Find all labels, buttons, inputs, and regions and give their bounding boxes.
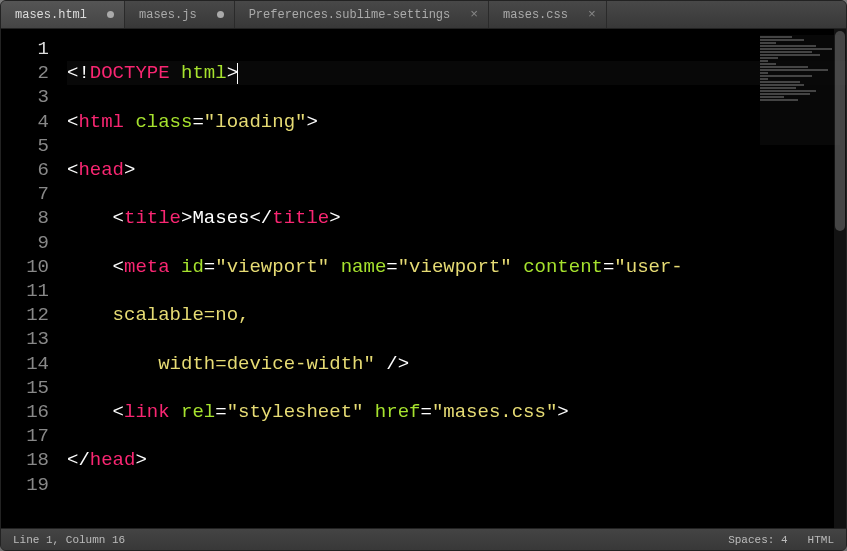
line-number: 5 xyxy=(1,134,49,158)
status-indent[interactable]: Spaces: 4 xyxy=(728,534,787,546)
scrollbar-thumb[interactable] xyxy=(835,31,845,231)
line-number: 15 xyxy=(1,376,49,400)
dirty-indicator-icon xyxy=(217,11,224,18)
tab-mases-js[interactable]: mases.js xyxy=(125,1,235,28)
line-number: 7 xyxy=(1,182,49,206)
close-icon[interactable]: × xyxy=(588,8,596,21)
status-position[interactable]: Line 1, Column 16 xyxy=(13,534,125,546)
tab-label: mases.html xyxy=(15,8,87,22)
line-number: 1 xyxy=(1,37,49,61)
status-bar: Line 1, Column 16 Spaces: 4 HTML xyxy=(1,528,846,550)
line-number: 17 xyxy=(1,424,49,448)
line-number: 10 xyxy=(1,255,49,279)
dirty-indicator-icon xyxy=(107,11,114,18)
close-icon[interactable]: × xyxy=(470,8,478,21)
line-number: 19 xyxy=(1,473,49,497)
tab-label: mases.js xyxy=(139,8,197,22)
line-number: 14 xyxy=(1,352,49,376)
line-number: 13 xyxy=(1,327,49,351)
tab-mases-html[interactable]: mases.html xyxy=(1,1,125,28)
gutter: 1 2 3 4 5 6 7 8 9 10 11 12 13 14 15 16 1… xyxy=(1,29,61,528)
minimap[interactable] xyxy=(760,35,840,145)
vertical-scrollbar[interactable] xyxy=(834,29,846,528)
tab-preferences[interactable]: Preferences.sublime-settings × xyxy=(235,1,489,28)
line-number: 4 xyxy=(1,110,49,134)
line-number: 16 xyxy=(1,400,49,424)
tab-mases-css[interactable]: mases.css × xyxy=(489,1,607,28)
line-number: 8 xyxy=(1,206,49,230)
editor-window: mases.html mases.js Preferences.sublime-… xyxy=(0,0,847,551)
line-number: 6 xyxy=(1,158,49,182)
text-caret xyxy=(237,63,238,84)
tab-label: mases.css xyxy=(503,8,568,22)
line-number: 3 xyxy=(1,85,49,109)
editor-area[interactable]: 1 2 3 4 5 6 7 8 9 10 11 12 13 14 15 16 1… xyxy=(1,29,846,528)
line-number: 11 xyxy=(1,279,49,303)
line-number: 2 xyxy=(1,61,49,85)
line-number: 9 xyxy=(1,231,49,255)
line-number: 18 xyxy=(1,448,49,472)
tab-bar: mases.html mases.js Preferences.sublime-… xyxy=(1,1,846,29)
status-syntax[interactable]: HTML xyxy=(808,534,834,546)
tab-label: Preferences.sublime-settings xyxy=(249,8,451,22)
code-area[interactable]: <!DOCTYPE html> <html class="loading"> <… xyxy=(61,29,846,528)
line-number: 12 xyxy=(1,303,49,327)
